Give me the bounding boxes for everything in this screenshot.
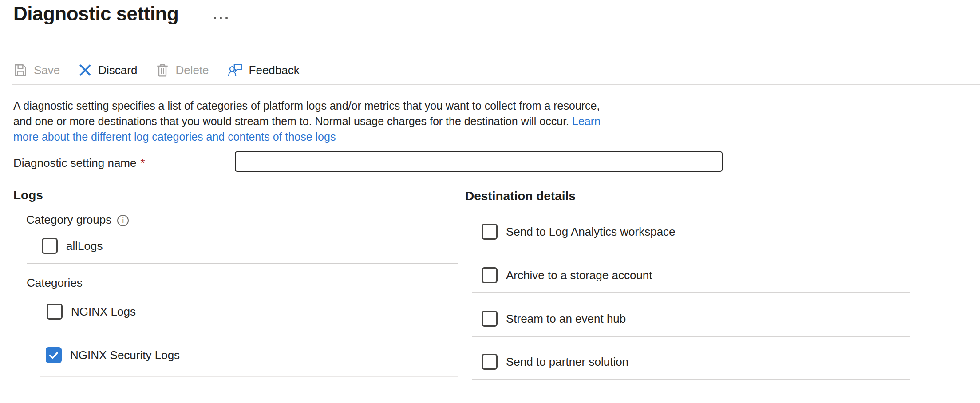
category-groups-row: Category groups i xyxy=(26,213,129,227)
checkbox-row-storage-account[interactable]: Archive to a storage account xyxy=(482,267,652,283)
partner-solution-checkbox[interactable] xyxy=(482,354,498,370)
description-text: A diagnostic setting specifies a list of… xyxy=(13,98,601,145)
save-icon xyxy=(13,63,28,77)
alllogs-checkbox[interactable] xyxy=(42,238,58,254)
event-hub-checkbox-label: Stream to an event hub xyxy=(506,312,626,326)
checkbox-row-nginx-logs[interactable]: NGINX Logs xyxy=(47,304,136,320)
ellipsis-dot xyxy=(214,17,216,19)
more-options-button[interactable] xyxy=(212,15,229,21)
diagnostic-setting-name-label: Diagnostic setting name * xyxy=(13,156,145,170)
row-divider xyxy=(472,249,910,249)
check-icon xyxy=(47,349,60,361)
nginx-logs-checkbox-label: NGINX Logs xyxy=(71,305,136,319)
checkbox-row-log-analytics[interactable]: Send to Log Analytics workspace xyxy=(482,224,676,240)
save-button-label: Save xyxy=(34,63,60,77)
nginx-logs-checkbox[interactable] xyxy=(47,304,63,320)
delete-button[interactable]: Delete xyxy=(156,63,209,77)
event-hub-checkbox[interactable] xyxy=(482,311,498,327)
ellipsis-dot xyxy=(220,17,222,19)
description-line: more about the different log categories … xyxy=(13,129,601,145)
row-divider xyxy=(40,376,458,377)
description-line: and one or more destinations that you wo… xyxy=(13,114,601,129)
discard-button-label: Discard xyxy=(98,63,137,77)
info-icon[interactable]: i xyxy=(117,215,129,226)
categories-label: Categories xyxy=(27,276,83,290)
checkbox-row-alllogs[interactable]: allLogs xyxy=(42,238,103,254)
feedback-icon xyxy=(228,63,243,78)
storage-account-checkbox[interactable] xyxy=(482,267,498,283)
required-asterisk: * xyxy=(140,156,145,170)
command-bar: Save Discard Delete Feedback xyxy=(13,59,318,81)
ellipsis-dot xyxy=(225,17,228,19)
checkbox-row-nginx-security-logs[interactable]: NGINX Security Logs xyxy=(46,347,180,363)
feedback-button-label: Feedback xyxy=(249,63,300,77)
category-groups-label: Category groups xyxy=(26,213,111,227)
checkbox-row-partner-solution[interactable]: Send to partner solution xyxy=(482,354,628,370)
row-divider xyxy=(472,292,910,293)
log-analytics-checkbox[interactable] xyxy=(482,224,498,240)
nginx-security-logs-checkbox-label: NGINX Security Logs xyxy=(70,348,180,362)
row-divider xyxy=(40,332,458,332)
destination-details-heading: Destination details xyxy=(465,189,576,203)
field-label-text: Diagnostic setting name xyxy=(13,156,136,170)
alllogs-checkbox-label: allLogs xyxy=(66,239,103,253)
learn-more-link[interactable]: more about the different log categories … xyxy=(13,130,336,143)
partner-solution-checkbox-label: Send to partner solution xyxy=(506,355,628,369)
learn-more-link[interactable]: Learn xyxy=(572,115,601,127)
logs-section-divider xyxy=(27,263,458,264)
storage-account-checkbox-label: Archive to a storage account xyxy=(506,269,652,282)
delete-button-label: Delete xyxy=(175,63,209,77)
description-line: A diagnostic setting specifies a list of… xyxy=(13,98,601,114)
description-plain-text: and one or more destinations that you wo… xyxy=(13,115,572,127)
row-divider xyxy=(472,336,910,337)
save-button[interactable]: Save xyxy=(13,63,60,77)
nginx-security-logs-checkbox[interactable] xyxy=(46,347,62,363)
log-analytics-checkbox-label: Send to Log Analytics workspace xyxy=(506,225,676,239)
feedback-button[interactable]: Feedback xyxy=(228,63,300,78)
logs-section-heading: Logs xyxy=(13,188,43,202)
discard-x-icon xyxy=(79,63,92,77)
page-title: Diagnostic setting xyxy=(13,3,178,25)
discard-button[interactable]: Discard xyxy=(79,63,137,77)
row-divider xyxy=(472,379,910,380)
trash-icon xyxy=(156,63,169,77)
toolbar-divider xyxy=(12,84,980,85)
checkbox-row-event-hub[interactable]: Stream to an event hub xyxy=(482,311,626,327)
diagnostic-setting-name-input[interactable] xyxy=(235,151,723,172)
